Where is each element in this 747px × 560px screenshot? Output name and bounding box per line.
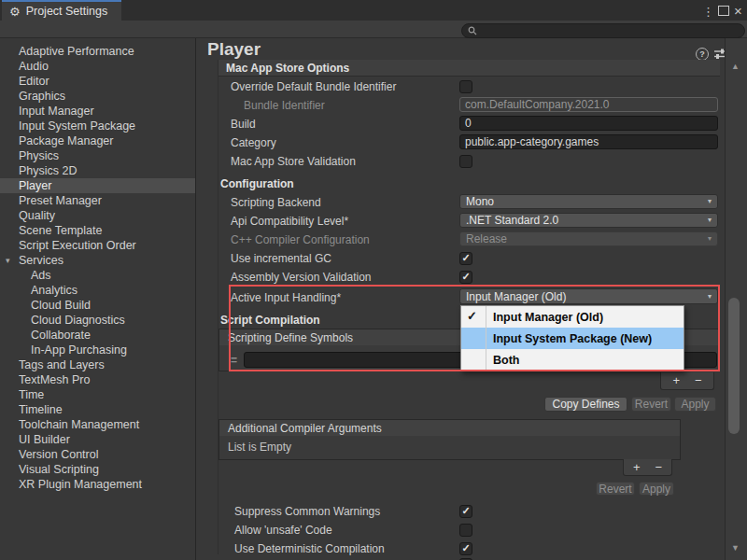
sidebar-item-tags-and-layers[interactable]: Tags and Layers (0, 357, 195, 372)
sidebar-item-ui-builder[interactable]: UI Builder (0, 432, 195, 447)
scripting-backend-label: Scripting Backend (231, 195, 321, 210)
script-compilation-header: Script Compilation (220, 314, 320, 328)
foldout-open-icon[interactable]: ▾ (6, 253, 10, 268)
cpp-compiler-config-label: C++ Compiler Configuration (231, 232, 370, 247)
sidebar-item-physics-2d[interactable]: Physics 2D (0, 163, 195, 178)
mac-app-store-validation-checkbox[interactable] (459, 155, 472, 168)
define-symbols-list-footer: + − (660, 372, 714, 390)
sidebar-item-ads[interactable]: Ads (0, 268, 195, 283)
scripting-backend-dropdown[interactable]: Mono ▾ (459, 194, 718, 209)
remove-item-button[interactable]: − (695, 376, 702, 385)
search-input[interactable] (481, 24, 727, 37)
suppress-common-warnings-checkbox[interactable] (459, 505, 472, 518)
sidebar-item-visual-scripting[interactable]: Visual Scripting (0, 462, 195, 477)
scripting-backend-value: Mono (466, 195, 494, 208)
sidebar-item-in-app-purchasing[interactable]: In-App Purchasing (0, 343, 195, 357)
active-input-handling-value: Input Manager (Old) (466, 290, 566, 303)
sidebar-item-time[interactable]: Time (0, 387, 195, 402)
override-bundle-id-checkbox[interactable] (459, 80, 472, 93)
sidebar-item-collaborate[interactable]: Collaborate (0, 328, 195, 343)
close-icon[interactable]: × (734, 3, 742, 18)
scroll-down-icon[interactable]: ▼ (731, 543, 740, 553)
suppress-common-warnings-label: Suppress Common Warnings (234, 504, 380, 519)
maximize-icon[interactable] (718, 6, 729, 16)
sidebar-item-audio[interactable]: Audio (0, 59, 195, 74)
sidebar-item-xr-plugin-management[interactable]: XR Plugin Management (0, 477, 195, 492)
sidebar-item-adaptive-performance[interactable]: Adaptive Performance (0, 44, 195, 59)
allow-unsafe-code-checkbox[interactable] (459, 524, 472, 537)
apply-button[interactable]: Apply (674, 397, 716, 412)
assembly-version-validation-checkbox[interactable] (459, 271, 472, 284)
add-item-button[interactable]: + (672, 376, 680, 385)
sidebar-item-editor[interactable]: Editor (0, 74, 195, 89)
sidebar-item-quality[interactable]: Quality (0, 208, 195, 223)
chevron-down-icon: ▾ (708, 195, 712, 208)
api-compatibility-label: Api Compatibility Level* (231, 214, 348, 229)
allow-unsafe-code-label: Allow 'unsafe' Code (234, 523, 332, 538)
sidebar-item-scene-template[interactable]: Scene Template (0, 223, 195, 238)
chevron-down-icon: ▾ (708, 232, 712, 245)
menu-item-label: Both (493, 354, 519, 367)
sidebar-item-cloud-build[interactable]: Cloud Build (0, 298, 195, 313)
settings-sidebar: Adaptive Performance Audio Editor Graphi… (0, 38, 196, 560)
settings-gear-icon: ⚙ (9, 6, 21, 18)
category-field[interactable]: public.app-category.games (459, 134, 718, 149)
inspector-frame-line (218, 60, 218, 554)
sidebar-item-label: Services (19, 254, 63, 267)
build-field[interactable]: 0 (459, 116, 718, 131)
menu-item-input-system-package-new[interactable]: Input System Package (New) (461, 328, 684, 349)
add-item-button[interactable]: + (633, 463, 641, 472)
chevron-down-icon: ▾ (708, 290, 712, 303)
tab-label: Project Settings (26, 5, 108, 18)
scroll-up-icon[interactable]: ▲ (731, 62, 740, 71)
revert-button[interactable]: Revert (631, 397, 671, 412)
help-icon[interactable]: ? (696, 48, 709, 61)
sidebar-item-analytics[interactable]: Analytics (0, 283, 195, 298)
sidebar-item-preset-manager[interactable]: Preset Manager (0, 193, 195, 208)
configuration-header: Configuration (220, 177, 294, 191)
sidebar-item-graphics[interactable]: Graphics (0, 89, 195, 104)
window-menu-icon[interactable]: ⋮ (702, 4, 714, 19)
sidebar-item-cloud-diagnostics[interactable]: Cloud Diagnostics (0, 313, 195, 328)
apply-button[interactable]: Apply (639, 482, 674, 496)
sidebar-item-input-system-package[interactable]: Input System Package (0, 119, 195, 133)
menu-item-input-manager-old[interactable]: ✓ Input Manager (Old) (461, 306, 684, 328)
build-label: Build (231, 117, 256, 132)
incremental-gc-checkbox[interactable] (459, 252, 472, 265)
search-icon (468, 26, 477, 35)
sidebar-item-version-control[interactable]: Version Control (0, 447, 195, 462)
sidebar-item-services[interactable]: ▾ Services (0, 253, 195, 268)
revert-button[interactable]: Revert (596, 482, 635, 496)
use-deterministic-compilation-checkbox[interactable] (459, 542, 472, 555)
menu-item-label: Input Manager (Old) (493, 311, 603, 324)
sidebar-item-toolchain-management[interactable]: Toolchain Management (0, 417, 195, 432)
active-input-handling-dropdown[interactable]: Input Manager (Old) ▾ (459, 288, 718, 304)
remove-item-button[interactable]: − (655, 463, 663, 472)
check-icon: ✓ (467, 309, 477, 323)
project-settings-window: ⚙ Project Settings ⋮ × Adaptive Performa… (0, 0, 747, 560)
api-compatibility-dropdown[interactable]: .NET Standard 2.0 ▾ (459, 213, 718, 228)
search-box[interactable] (461, 23, 745, 38)
sidebar-item-player[interactable]: Player (0, 178, 195, 193)
override-bundle-id-label: Override Default Bundle Identifier (231, 79, 396, 94)
use-deterministic-compilation-label: Use Deterministic Compilation (234, 541, 385, 556)
bundle-identifier-field: com.DefaultCompany.2021.0 (459, 97, 718, 112)
scrollbar-thumb[interactable] (728, 298, 740, 434)
copy-defines-button[interactable]: Copy Defines (544, 397, 627, 412)
sidebar-item-textmesh-pro[interactable]: TextMesh Pro (0, 372, 195, 387)
compiler-arguments-empty-row: List is Empty (218, 436, 681, 460)
sidebar-item-package-manager[interactable]: Package Manager (0, 133, 195, 148)
sidebar-item-physics[interactable]: Physics (0, 148, 195, 163)
tab-strip: ⚙ Project Settings ⋮ × (0, 0, 747, 21)
tab-project-settings[interactable]: ⚙ Project Settings (2, 0, 121, 21)
menu-item-label: Input System Package (New) (493, 332, 652, 345)
sidebar-item-input-manager[interactable]: Input Manager (0, 104, 195, 119)
compiler-arguments-list-footer: + − (623, 459, 672, 476)
menu-gutter-line (486, 306, 486, 371)
drag-handle-icon[interactable]: = (231, 354, 237, 367)
menu-item-both[interactable]: Both (461, 349, 684, 371)
sidebar-item-timeline[interactable]: Timeline (0, 402, 195, 417)
bundle-identifier-label: Bundle Identifier (244, 98, 325, 113)
sidebar-item-script-execution-order[interactable]: Script Execution Order (0, 238, 195, 253)
mac-app-store-options-header: Mac App Store Options (226, 62, 349, 76)
